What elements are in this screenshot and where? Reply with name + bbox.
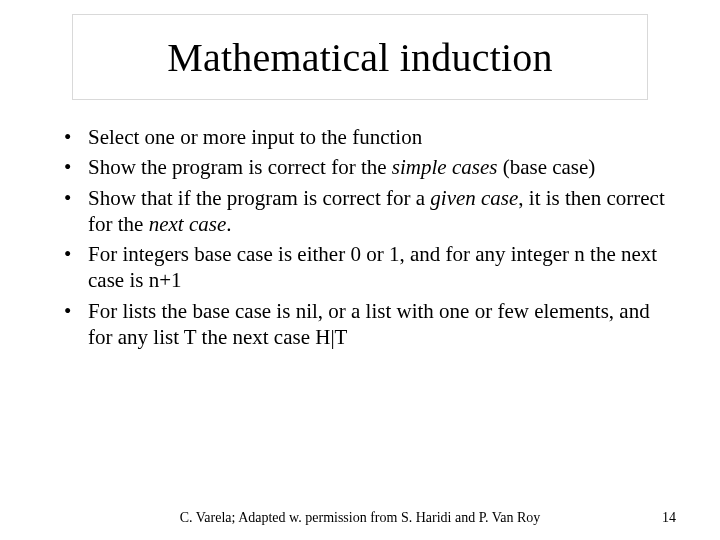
bullet-text: Show that if the program is correct for … <box>88 186 430 210</box>
bullet-text-italic: simple cases <box>392 155 498 179</box>
slide-title: Mathematical induction <box>167 34 552 81</box>
list-item: For integers base case is either 0 or 1,… <box>58 241 668 294</box>
bullet-text-italic: given case <box>430 186 518 210</box>
bullet-text-italic: next case <box>149 212 227 236</box>
bullet-text: Show the program is correct for the <box>88 155 392 179</box>
slide: Mathematical induction Select one or mor… <box>0 0 720 540</box>
footer-credit: C. Varela; Adapted w. permission from S.… <box>0 510 720 526</box>
list-item: Show the program is correct for the simp… <box>58 154 668 180</box>
page-number: 14 <box>662 510 676 526</box>
list-item: Select one or more input to the function <box>58 124 668 150</box>
bullet-text: For integers base case is either 0 or 1,… <box>88 242 657 292</box>
bullet-text: . <box>226 212 231 236</box>
bullet-text: For lists the base case is nil, or a lis… <box>88 299 650 349</box>
list-item: For lists the base case is nil, or a lis… <box>58 298 668 351</box>
bullet-text: (base case) <box>497 155 595 179</box>
bullet-list: Select one or more input to the function… <box>58 124 668 350</box>
title-box: Mathematical induction <box>72 14 648 100</box>
bullet-text: Select one or more input to the function <box>88 125 422 149</box>
list-item: Show that if the program is correct for … <box>58 185 668 238</box>
body: Select one or more input to the function… <box>58 124 668 354</box>
